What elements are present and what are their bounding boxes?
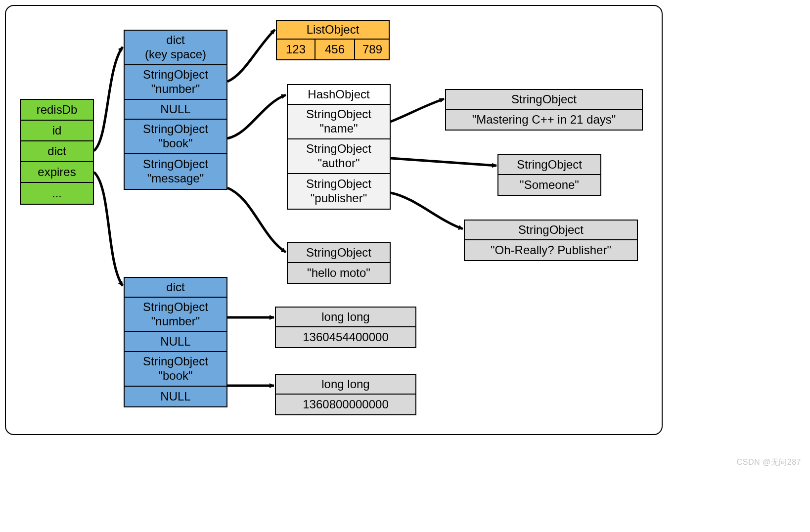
dict-keyspace-row-number: StringObject "number" [125, 65, 226, 100]
hashobject-row-publisher: StringObject "publisher" [288, 174, 390, 209]
value: "number" [151, 314, 200, 329]
value: "message" [147, 172, 204, 186]
dict-expires-row-null2: NULL [125, 387, 226, 406]
redisdb-field-dict: dict [21, 141, 93, 162]
value: "publisher" [311, 191, 367, 206]
someone-box: StringObject "Someone" [497, 154, 601, 196]
watermark: CSDN @无问287 [737, 457, 801, 468]
hashobject-box: HashObject StringObject "name" StringObj… [287, 84, 391, 210]
label: StringObject [143, 300, 208, 314]
mastering-value: "Mastering C++ in 21 days" [446, 110, 642, 130]
dict-keyspace-row-book: StringObject "book" [125, 120, 226, 154]
dict-keyspace-title-line1: dict [166, 33, 184, 47]
dict-expires-row-number: StringObject "number" [125, 298, 226, 332]
dict-keyspace-title: dict (key space) [125, 31, 226, 65]
publisher-title: StringObject [465, 221, 637, 240]
dict-keyspace-row-message: StringObject "message" [125, 154, 226, 189]
long1-value: 1360454400000 [276, 327, 415, 347]
label: StringObject [306, 177, 371, 191]
dict-expires-title: dict [125, 278, 226, 298]
redisdb-field-expires: expires [21, 162, 93, 183]
label: StringObject [306, 142, 371, 156]
hashobject-row-name: StringObject "name" [288, 105, 390, 139]
value: "name" [319, 122, 358, 136]
someone-value: "Someone" [498, 175, 600, 195]
listobject-item-0: 123 [277, 40, 315, 59]
label: StringObject [143, 355, 208, 369]
hellomoto-title: StringObject [288, 243, 390, 263]
value: "number" [151, 82, 200, 96]
value: "author" [317, 156, 360, 171]
redisdb-field-more: ... [21, 183, 93, 204]
long2-box: long long 1360800000000 [275, 374, 416, 415]
hellomoto-value: "hello moto" [288, 263, 390, 283]
label: StringObject [143, 157, 208, 172]
dict-expires-row-book: StringObject "book" [125, 352, 226, 387]
dict-expires-row-null1: NULL [125, 332, 226, 352]
dict-keyspace-row-null: NULL [125, 100, 226, 120]
redisdb-field-id: id [21, 121, 93, 141]
publisher-value: "Oh-Really? Publisher" [465, 240, 637, 260]
hellomoto-box: StringObject "hello moto" [287, 242, 391, 284]
mastering-box: StringObject "Mastering C++ in 21 days" [445, 89, 643, 131]
listobject-item-2: 789 [355, 40, 390, 59]
mastering-title: StringObject [446, 90, 642, 110]
listobject-box: ListObject 123 456 789 [276, 20, 390, 60]
hashobject-row-author: StringObject "author" [288, 139, 390, 174]
hashobject-title: HashObject [288, 85, 390, 105]
long1-box: long long 1360454400000 [275, 307, 416, 348]
value: "book" [158, 369, 192, 383]
listobject-item-1: 456 [315, 40, 355, 59]
redisdb-box: redisDb id dict expires ... [20, 99, 94, 205]
dict-expires-box: dict StringObject "number" NULL StringOb… [124, 277, 227, 407]
dict-keyspace-title-line2: (key space) [145, 47, 206, 62]
value: "book" [158, 136, 192, 151]
listobject-items: 123 456 789 [277, 40, 389, 59]
long2-title: long long [276, 375, 415, 395]
redisdb-title: redisDb [21, 100, 93, 121]
publisher-box: StringObject "Oh-Really? Publisher" [464, 220, 638, 261]
dict-keyspace-box: dict (key space) StringObject "number" N… [124, 30, 227, 190]
label: StringObject [306, 107, 371, 122]
long2-value: 1360800000000 [276, 395, 415, 414]
diagram-canvas: redisDb id dict expires ... dict (key sp… [0, 0, 810, 532]
long1-title: long long [276, 308, 415, 327]
label: StringObject [143, 68, 208, 82]
label: StringObject [143, 122, 208, 136]
listobject-title: ListObject [277, 21, 389, 40]
someone-title: StringObject [498, 155, 600, 175]
